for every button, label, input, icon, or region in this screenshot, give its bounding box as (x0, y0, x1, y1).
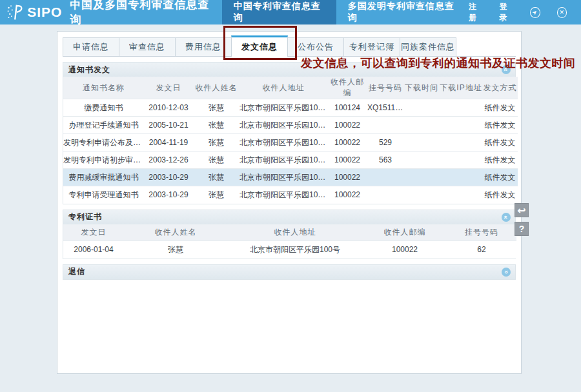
table-cell: 2004-11-19 (144, 134, 193, 152)
table-cell (367, 169, 403, 186)
table-cell: 2003-10-29 (144, 169, 193, 186)
column-header: 发文方式 (482, 77, 518, 99)
content-panel: 申请信息 审查信息 费用信息 发文信息 公布公告 专利登记簿 同族案件信息 通知… (57, 31, 522, 374)
login-link[interactable]: 登录 (499, 1, 513, 23)
table-cell: 张慧 (193, 169, 240, 186)
table-cell: 2005-10-21 (144, 117, 193, 134)
table-row[interactable]: 办理登记手续通知书2005-10-21张慧北京市朝阳区平乐园100号100022… (63, 117, 518, 134)
side-tools: ↩ ? (515, 203, 529, 240)
table-cell: 100124 (327, 99, 367, 117)
table-cell: 纸件发文 (482, 117, 518, 134)
notice-table-header-row: 通知书名称 发文日 收件人姓名 收件人地址 收件人邮编 挂号号码 下载时间 下载… (63, 77, 518, 99)
table-cell (440, 186, 482, 204)
help-button[interactable]: ? (515, 222, 529, 236)
column-header: 下载时间 (403, 77, 440, 99)
table-cell (440, 134, 482, 152)
table-row[interactable]: 缴费通知书2010-12-03张慧北京市朝阳区平乐园100号...100124X… (63, 99, 518, 117)
certificate-section-title: 专利证书 (68, 211, 102, 222)
table-cell: 529 (367, 134, 403, 152)
table-cell: 北京市朝阳区平乐园100号 (240, 186, 327, 204)
table-cell (440, 169, 482, 186)
patent-certificate-section: 专利证书 « 发文日 收件人姓名 收件人地址 收件人邮编 挂号号码 2006-0… (63, 210, 516, 259)
certificate-table: 发文日 收件人姓名 收件人地址 收件人邮编 挂号号码 2006-01-04张慧北… (63, 224, 516, 259)
table-cell: 2006-01-04 (63, 241, 124, 259)
column-header: 收件人地址 (240, 77, 327, 99)
returned-mail-section: 退信 « (63, 264, 516, 280)
table-cell: 张慧 (193, 186, 240, 204)
table-cell: 563 (367, 152, 403, 169)
tab-family-cases[interactable]: 同族案件信息 (400, 37, 456, 56)
table-cell: 发明专利申请初步审查合... (63, 152, 144, 169)
notice-section-header: 通知书发文 « (63, 63, 515, 77)
table-cell: 纸件发文 (482, 169, 518, 186)
tab-publication-announcement[interactable]: 公布公告 (287, 37, 344, 56)
column-header: 挂号号码 (447, 224, 516, 241)
column-header: 发文日 (144, 77, 193, 99)
tab-issuance-info[interactable]: 发文信息 (231, 35, 288, 57)
circle-arrow-icon[interactable]: ➤ (530, 7, 540, 18)
table-cell: 100022 (327, 169, 367, 186)
tab-patent-register[interactable]: 专利登记簿 (343, 37, 400, 56)
table-cell: 北京市朝阳区平乐园100号 (240, 117, 327, 134)
table-cell: 张慧 (124, 241, 227, 259)
column-header: 收件人邮编 (327, 77, 367, 99)
back-button[interactable]: ↩ (515, 203, 529, 217)
table-cell (403, 134, 440, 152)
tab-examination-info[interactable]: 审查信息 (119, 37, 176, 56)
column-header: 挂号号码 (367, 77, 403, 99)
table-cell: 缴费通知书 (63, 99, 144, 117)
nav-tab-multi-country[interactable]: 多国发明专利审查信息查询 (336, 0, 469, 24)
table-row[interactable]: 费用减缓审批通知书2003-10-29张慧北京市朝阳区平乐园100号100022… (63, 169, 518, 186)
table-cell: 纸件发文 (482, 152, 518, 169)
table-row[interactable]: 发明专利申请公布及进入...2004-11-19张慧北京市朝阳区平乐园100号1… (63, 134, 518, 152)
table-cell: 北京市朝阳区平乐园100号 (240, 169, 327, 186)
table-cell: 100022 (327, 134, 367, 152)
tab-application-info[interactable]: 申请信息 (63, 37, 119, 56)
table-cell: 2010-12-03 (144, 99, 193, 117)
table-cell: 专利申请受理通知书 (63, 186, 144, 204)
table-cell: 100022 (327, 152, 367, 169)
table-cell: 2003-12-26 (144, 152, 193, 169)
header-bar: SIPO 中国及多国专利审查信息查询 中国专利审查信息查询 多国发明专利审查信息… (0, 0, 581, 24)
column-header: 收件人邮编 (363, 224, 447, 241)
table-row[interactable]: 专利申请受理通知书2003-10-29张慧北京市朝阳区平乐园100号100022… (63, 186, 518, 204)
header-nav: 中国专利审查信息查询 多国发明专利审查信息查询 (222, 0, 469, 24)
tab-bar: 申请信息 审查信息 费用信息 发文信息 公布公告 专利登记簿 同族案件信息 (63, 35, 516, 57)
brand: SIPO 中国及多国专利审查信息查询 (0, 0, 212, 24)
certificate-section-header: 专利证书 « (63, 210, 515, 224)
register-link[interactable]: 注册 (469, 1, 483, 23)
notice-table: 通知书名称 发文日 收件人姓名 收件人地址 收件人邮编 挂号号码 下载时间 下载… (63, 77, 518, 204)
column-header: 收件人地址 (227, 224, 363, 241)
table-cell (403, 152, 440, 169)
close-icon[interactable]: ✕ (557, 7, 567, 18)
logo-text: SIPO (27, 5, 62, 20)
expand-icon[interactable]: « (502, 268, 511, 277)
table-cell: 纸件发文 (482, 186, 518, 204)
table-cell: 62 (447, 241, 516, 259)
collapse-icon[interactable]: « (502, 65, 511, 74)
table-cell (403, 99, 440, 117)
nav-tab-china-patent[interactable]: 中国专利审查信息查询 (222, 0, 336, 24)
collapse-icon[interactable]: « (502, 213, 511, 222)
tab-fee-info[interactable]: 费用信息 (175, 37, 232, 56)
table-row[interactable]: 发明专利申请初步审查合...2003-12-26张慧北京市朝阳区平乐园100号1… (63, 152, 518, 169)
table-cell: 北京市朝阳区平乐园100号 (227, 241, 363, 259)
table-cell: 2003-10-29 (144, 186, 193, 204)
table-cell (440, 152, 482, 169)
table-cell (367, 117, 403, 134)
table-cell: 100022 (327, 117, 367, 134)
notice-issuance-section: 通知书发文 « 通知书名称 发文日 收件人姓名 收件人地址 收件人邮编 挂号号码… (63, 62, 516, 204)
header-right: 注册 登录 ➤ ✕ (469, 0, 581, 24)
table-cell (440, 99, 482, 117)
sipo-logo-icon (6, 3, 25, 22)
table-cell: 北京市朝阳区平乐园100号... (240, 99, 327, 117)
app-title: 中国及多国专利审查信息查询 (70, 0, 211, 27)
table-cell: 张慧 (193, 134, 240, 152)
table-cell (403, 117, 440, 134)
table-cell: 100022 (327, 186, 367, 204)
table-cell: 办理登记手续通知书 (63, 117, 144, 134)
column-header: 发文日 (63, 224, 124, 241)
column-header: 下载IP地址 (440, 77, 482, 99)
column-header: 收件人姓名 (193, 77, 240, 99)
table-row[interactable]: 2006-01-04张慧北京市朝阳区平乐园100号10002262 (63, 241, 516, 259)
